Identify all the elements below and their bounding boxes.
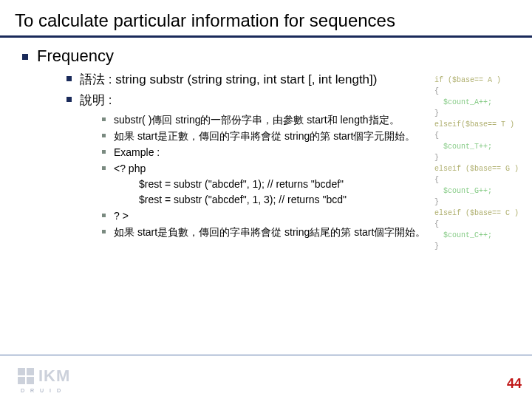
page-title: To calculate particular information for … <box>15 10 517 31</box>
detail-2: 如果 start是正數，傳回的字串將會從 string的第 start個字元開始… <box>102 129 532 144</box>
content-area: if ($base== A ) { $count_A++; } elseif($… <box>0 38 532 240</box>
section-heading: Frequency 語法 : string substr (string str… <box>22 47 532 240</box>
logo: IKM <box>18 366 70 386</box>
logo-subtext: D R U I D <box>21 388 63 393</box>
logo-text: IKM <box>38 366 70 386</box>
page-number: 44 <box>507 376 522 392</box>
title-bar: To calculate particular information for … <box>0 0 532 38</box>
description-line: 說明 : substr( )傳回 string的一部份字串，由參數 start和… <box>66 91 532 241</box>
footer: IKM D R U I D 44 <box>0 355 532 399</box>
code-line-1: $rest = substr ("abcdef", 1); // returns… <box>114 177 532 192</box>
detail-4: <? php $rest = substr ("abcdef", 1); // … <box>102 161 532 208</box>
detail-1: substr( )傳回 string的一部份字串，由參數 start和 leng… <box>102 112 532 128</box>
section-label: Frequency <box>37 47 114 65</box>
detail-3: Example : <box>102 145 532 160</box>
desc-label: 說明 : <box>80 93 112 107</box>
logo-icon <box>18 368 34 384</box>
syntax-line: 語法 : string substr (string string, int s… <box>66 70 532 89</box>
code-line-2: $rest = substr ("abcdef", 1, 3); // retu… <box>114 192 532 208</box>
detail-6: 如果 start是負數，傳回的字串將會從 string結尾的第 start個字開… <box>102 225 532 240</box>
detail-5: ? > <box>102 208 532 224</box>
